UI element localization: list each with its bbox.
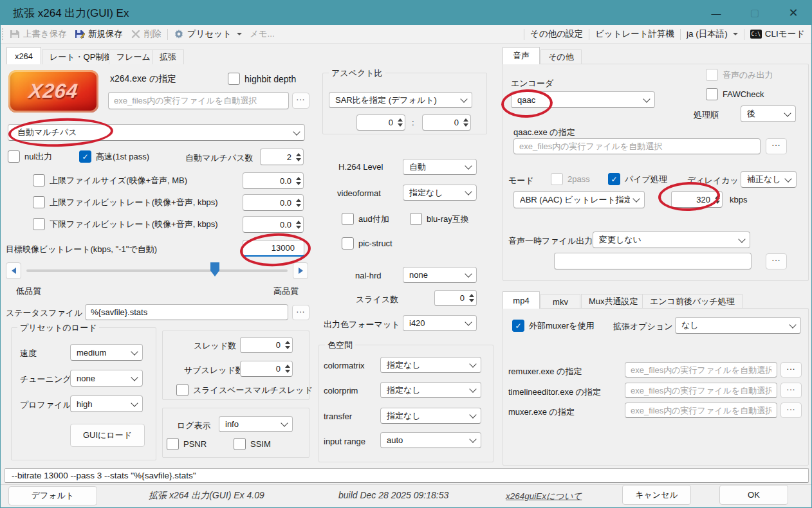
- tune-select[interactable]: none: [70, 370, 143, 386]
- bitrate-calculator-button[interactable]: ビットレート計算機: [591, 25, 678, 43]
- min-bitrate-checkbox[interactable]: 下限ファイルビットレート(映像+音声, kbps): [33, 218, 218, 230]
- bluray-compat-checkbox[interactable]: blu-ray互換: [410, 213, 469, 225]
- memo-button[interactable]: メモ...: [246, 25, 279, 43]
- nul-output-checkbox[interactable]: nul出力: [8, 150, 52, 163]
- tab-audio[interactable]: 音声: [503, 47, 540, 64]
- extended-option-select[interactable]: なし: [675, 317, 801, 334]
- encode-mode-select[interactable]: 自動マルチパス: [8, 124, 305, 141]
- delaycut-select[interactable]: 補正なし: [741, 171, 797, 188]
- timelineeditor-exe-path-input[interactable]: [625, 383, 777, 398]
- slices-spinner[interactable]: 0: [434, 290, 477, 306]
- log-level-select[interactable]: info: [219, 416, 293, 432]
- input-range-select[interactable]: auto: [380, 432, 481, 448]
- tab-mux-common[interactable]: Mux共通設定: [581, 294, 646, 309]
- audio-bitrate-spinner[interactable]: 320: [671, 191, 723, 208]
- quality-slider-thumb[interactable]: [210, 262, 219, 277]
- cancel-button[interactable]: キャンセル: [622, 485, 691, 505]
- tab-extended[interactable]: 拡張: [152, 50, 184, 64]
- aspect-width-spinner[interactable]: 0: [356, 114, 405, 131]
- audio-encode-mode-select[interactable]: ABR (AAC) ビットレート指定: [513, 191, 645, 208]
- spinner-arrows[interactable]: [466, 294, 476, 302]
- spinner-arrows[interactable]: [395, 118, 405, 127]
- muxer-exe-path-input[interactable]: [625, 403, 777, 418]
- max-bitrate-checkbox[interactable]: 上限ファイルビットレート(映像+音声, kbps): [33, 196, 218, 208]
- process-order-select[interactable]: 後: [741, 105, 796, 122]
- pipe-processing-checkbox[interactable]: パイプ処理: [608, 173, 667, 185]
- colorprim-select[interactable]: 指定なし: [380, 382, 481, 398]
- remuxer-exe-browse-button[interactable]: ...: [780, 362, 802, 377]
- spinner-arrows[interactable]: [282, 365, 292, 373]
- x264-exe-browse-button[interactable]: ...: [292, 93, 309, 109]
- external-muxer-checkbox[interactable]: 外部muxerを使用: [512, 320, 594, 332]
- command-line-input[interactable]: [5, 468, 809, 483]
- spinner-arrows[interactable]: [461, 118, 470, 127]
- qaac-exe-path-input[interactable]: [513, 138, 761, 154]
- subthreads-spinner[interactable]: 0: [240, 361, 293, 377]
- other-settings-button[interactable]: その他の設定: [526, 25, 587, 43]
- tab-frame[interactable]: フレーム: [109, 50, 158, 64]
- checkbox[interactable]: [228, 73, 240, 85]
- about-link[interactable]: x264guiExについて: [506, 491, 582, 502]
- spinner-arrows[interactable]: [282, 341, 292, 349]
- videoformat-select[interactable]: 指定なし: [403, 185, 477, 201]
- spinner-arrows[interactable]: [293, 153, 303, 161]
- spinner-arrows[interactable]: [293, 199, 303, 207]
- slice-based-mt-checkbox[interactable]: スライスベースマルチスレッド: [176, 384, 313, 396]
- audio-temp-dir-input[interactable]: [554, 253, 752, 269]
- target-bitrate-input[interactable]: [243, 240, 304, 257]
- aud-checkbox[interactable]: aud付加: [342, 213, 389, 225]
- nal-hrd-select[interactable]: none: [403, 267, 477, 283]
- default-button[interactable]: デフォルト: [8, 486, 97, 505]
- x264-exe-path-input[interactable]: [108, 92, 289, 109]
- psnr-checkbox[interactable]: PSNR: [167, 438, 207, 450]
- tab-mkv[interactable]: mkv: [540, 294, 580, 309]
- close-button[interactable]: ✕: [780, 3, 806, 23]
- stats-file-browse-button[interactable]: ...: [292, 305, 309, 320]
- muxer-exe-browse-button[interactable]: ...: [780, 403, 802, 418]
- qaac-exe-browse-button[interactable]: ...: [766, 138, 787, 154]
- threads-spinner[interactable]: 0: [240, 337, 293, 353]
- fawcheck-checkbox[interactable]: FAWCheck: [706, 88, 764, 100]
- h264-level-select[interactable]: 自動: [403, 159, 477, 175]
- audio-temp-dir-browse-button[interactable]: ...: [766, 253, 787, 269]
- tab-mp4[interactable]: mp4: [503, 291, 540, 309]
- profile-select[interactable]: high: [70, 395, 143, 412]
- max-bitrate-spinner[interactable]: 0.0: [243, 194, 304, 211]
- spinner-arrows[interactable]: [293, 177, 303, 185]
- load-to-gui-button[interactable]: GUIにロード: [70, 424, 145, 447]
- twopass-checkbox[interactable]: 2pass: [551, 173, 590, 185]
- transfer-select[interactable]: 指定なし: [380, 408, 481, 424]
- spinner-arrows[interactable]: [293, 221, 303, 229]
- audio-only-checkbox[interactable]: 音声のみ出力: [706, 69, 773, 81]
- timelineeditor-exe-browse-button[interactable]: ...: [780, 383, 802, 398]
- remuxer-exe-path-input[interactable]: [625, 362, 777, 377]
- tab-batch-processing[interactable]: エンコ前後バッチ処理: [642, 294, 743, 309]
- tab-audio-other[interactable]: その他: [540, 50, 582, 64]
- tab-x264[interactable]: x264: [6, 47, 41, 64]
- slider-left-button[interactable]: [6, 262, 21, 279]
- min-bitrate-spinner[interactable]: 0.0: [243, 216, 304, 233]
- save-overwrite-button[interactable]: 上書き保存: [6, 25, 71, 43]
- stats-file-input[interactable]: [85, 304, 288, 320]
- maximize-button[interactable]: ▢: [742, 3, 768, 23]
- audio-temp-dir-select[interactable]: 変更しない: [593, 231, 750, 248]
- aspect-mode-select[interactable]: SAR比を指定 (デフォルト): [329, 92, 472, 108]
- pic-struct-checkbox[interactable]: pic-struct: [342, 237, 392, 249]
- language-dropdown[interactable]: ja (日本語): [683, 25, 742, 43]
- output-colorformat-select[interactable]: i420: [403, 315, 477, 331]
- max-filesize-spinner[interactable]: 0.0: [243, 172, 304, 189]
- delete-button[interactable]: 削除: [127, 25, 165, 43]
- max-filesize-checkbox[interactable]: 上限ファイルサイズ(映像+音声, MB): [33, 174, 187, 186]
- multipass-count-spinner[interactable]: 2: [260, 149, 304, 165]
- spinner-arrows[interactable]: [712, 195, 722, 204]
- save-new-button[interactable]: 新規保存: [71, 25, 127, 43]
- ssim-checkbox[interactable]: SSIM: [234, 438, 271, 450]
- audio-encoder-select[interactable]: qaac: [511, 91, 655, 108]
- aspect-height-spinner[interactable]: 0: [422, 114, 471, 131]
- ok-button[interactable]: OK: [719, 485, 788, 505]
- quality-slider-track[interactable]: [26, 269, 288, 272]
- preset-dropdown-button[interactable]: プリセット: [170, 25, 246, 43]
- highbit-depth-checkbox[interactable]: highbit depth: [228, 73, 296, 85]
- cli-mode-button[interactable]: C:\ CLIモード: [746, 25, 809, 43]
- speed-select[interactable]: medium: [70, 344, 143, 361]
